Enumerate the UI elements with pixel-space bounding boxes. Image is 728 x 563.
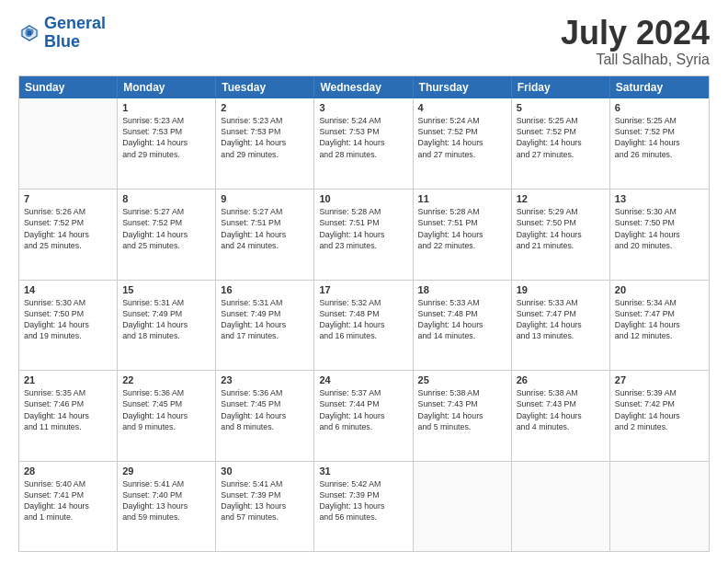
day-number: 9 [221, 193, 309, 204]
day-info: Sunrise: 5:24 AM Sunset: 7:53 PM Dayligh… [319, 115, 407, 160]
month-year: July 2024 [561, 15, 710, 52]
calendar-cell: 12Sunrise: 5:29 AM Sunset: 7:50 PM Dayli… [512, 190, 610, 279]
day-info: Sunrise: 5:30 AM Sunset: 7:50 PM Dayligh… [615, 206, 704, 251]
calendar-cell: 10Sunrise: 5:28 AM Sunset: 7:51 PM Dayli… [314, 190, 413, 279]
day-info: Sunrise: 5:42 AM Sunset: 7:39 PM Dayligh… [319, 478, 407, 523]
calendar-cell: 4Sunrise: 5:24 AM Sunset: 7:52 PM Daylig… [414, 98, 512, 189]
calendar-cell: 21Sunrise: 5:35 AM Sunset: 7:46 PM Dayli… [19, 371, 118, 460]
calendar-week: 28Sunrise: 5:40 AM Sunset: 7:41 PM Dayli… [19, 461, 709, 551]
svg-point-2 [28, 30, 32, 35]
logo-text: General Blue [44, 15, 106, 52]
day-info: Sunrise: 5:31 AM Sunset: 7:49 PM Dayligh… [122, 297, 210, 342]
calendar-cell [610, 462, 709, 551]
day-number: 23 [221, 374, 309, 385]
calendar-cell: 14Sunrise: 5:30 AM Sunset: 7:50 PM Dayli… [19, 281, 118, 370]
day-info: Sunrise: 5:41 AM Sunset: 7:39 PM Dayligh… [221, 478, 309, 523]
location: Tall Salhab, Syria [561, 52, 710, 68]
day-info: Sunrise: 5:25 AM Sunset: 7:52 PM Dayligh… [517, 115, 605, 160]
calendar-cell: 6Sunrise: 5:25 AM Sunset: 7:52 PM Daylig… [610, 98, 709, 189]
calendar-cell: 23Sunrise: 5:36 AM Sunset: 7:45 PM Dayli… [216, 371, 314, 460]
day-number: 22 [122, 374, 210, 385]
day-number: 1 [122, 102, 210, 113]
calendar-week: 1Sunrise: 5:23 AM Sunset: 7:53 PM Daylig… [19, 98, 709, 189]
day-number: 13 [615, 193, 704, 204]
calendar-cell: 13Sunrise: 5:30 AM Sunset: 7:50 PM Dayli… [610, 190, 709, 279]
day-info: Sunrise: 5:35 AM Sunset: 7:46 PM Dayligh… [24, 387, 112, 432]
day-info: Sunrise: 5:39 AM Sunset: 7:42 PM Dayligh… [615, 387, 704, 432]
day-number: 29 [122, 465, 210, 477]
day-info: Sunrise: 5:34 AM Sunset: 7:47 PM Dayligh… [615, 297, 704, 342]
day-number: 11 [418, 193, 506, 204]
calendar-cell: 27Sunrise: 5:39 AM Sunset: 7:42 PM Dayli… [610, 371, 709, 460]
calendar-cell: 8Sunrise: 5:27 AM Sunset: 7:52 PM Daylig… [118, 190, 216, 279]
day-info: Sunrise: 5:33 AM Sunset: 7:47 PM Dayligh… [517, 297, 605, 342]
calendar-cell: 22Sunrise: 5:36 AM Sunset: 7:45 PM Dayli… [118, 371, 216, 460]
day-number: 7 [24, 193, 112, 204]
calendar-cell: 19Sunrise: 5:33 AM Sunset: 7:47 PM Dayli… [512, 281, 610, 370]
weekday-header: Sunday [19, 76, 118, 98]
calendar-cell: 25Sunrise: 5:38 AM Sunset: 7:43 PM Dayli… [414, 371, 512, 460]
weekday-header: Thursday [414, 76, 512, 98]
calendar-cell: 15Sunrise: 5:31 AM Sunset: 7:49 PM Dayli… [118, 281, 216, 370]
calendar-cell: 26Sunrise: 5:38 AM Sunset: 7:43 PM Dayli… [512, 371, 610, 460]
logo-icon [18, 22, 40, 44]
calendar-cell: 2Sunrise: 5:23 AM Sunset: 7:53 PM Daylig… [216, 98, 314, 189]
day-number: 24 [319, 374, 407, 385]
calendar-week: 21Sunrise: 5:35 AM Sunset: 7:46 PM Dayli… [19, 370, 709, 460]
day-number: 8 [122, 193, 210, 204]
day-number: 16 [221, 284, 309, 295]
day-number: 12 [517, 193, 605, 204]
day-info: Sunrise: 5:40 AM Sunset: 7:41 PM Dayligh… [24, 478, 112, 523]
header: General Blue July 2024 Tall Salhab, Syri… [18, 15, 710, 68]
day-number: 30 [221, 465, 309, 477]
calendar-cell: 28Sunrise: 5:40 AM Sunset: 7:41 PM Dayli… [19, 462, 118, 551]
day-info: Sunrise: 5:27 AM Sunset: 7:52 PM Dayligh… [122, 206, 210, 251]
day-info: Sunrise: 5:28 AM Sunset: 7:51 PM Dayligh… [418, 206, 506, 251]
day-info: Sunrise: 5:23 AM Sunset: 7:53 PM Dayligh… [221, 115, 309, 160]
calendar-cell [512, 462, 610, 551]
day-info: Sunrise: 5:28 AM Sunset: 7:51 PM Dayligh… [319, 206, 407, 251]
day-info: Sunrise: 5:24 AM Sunset: 7:52 PM Dayligh… [418, 115, 506, 160]
logo-line1: General [44, 14, 106, 32]
weekday-header: Monday [118, 76, 216, 98]
day-info: Sunrise: 5:29 AM Sunset: 7:50 PM Dayligh… [517, 206, 605, 251]
day-info: Sunrise: 5:27 AM Sunset: 7:51 PM Dayligh… [221, 206, 309, 251]
weekday-header: Saturday [610, 76, 709, 98]
day-number: 20 [615, 284, 704, 295]
day-number: 3 [319, 102, 407, 113]
day-info: Sunrise: 5:23 AM Sunset: 7:53 PM Dayligh… [122, 115, 210, 160]
day-number: 26 [517, 374, 605, 385]
weekday-header: Friday [512, 76, 610, 98]
calendar-cell [19, 98, 118, 189]
logo-line2: Blue [44, 32, 80, 51]
day-number: 10 [319, 193, 407, 204]
day-info: Sunrise: 5:38 AM Sunset: 7:43 PM Dayligh… [517, 387, 605, 432]
calendar-cell: 31Sunrise: 5:42 AM Sunset: 7:39 PM Dayli… [314, 462, 413, 551]
day-info: Sunrise: 5:41 AM Sunset: 7:40 PM Dayligh… [122, 478, 210, 523]
day-number: 28 [24, 465, 112, 477]
day-number: 14 [24, 284, 112, 295]
day-info: Sunrise: 5:36 AM Sunset: 7:45 PM Dayligh… [221, 387, 309, 432]
calendar-cell: 17Sunrise: 5:32 AM Sunset: 7:48 PM Dayli… [314, 281, 413, 370]
day-number: 19 [517, 284, 605, 295]
day-number: 21 [24, 374, 112, 385]
calendar-cell: 20Sunrise: 5:34 AM Sunset: 7:47 PM Dayli… [610, 281, 709, 370]
page: General Blue July 2024 Tall Salhab, Syri… [0, 0, 728, 563]
day-info: Sunrise: 5:33 AM Sunset: 7:48 PM Dayligh… [418, 297, 506, 342]
calendar-cell: 18Sunrise: 5:33 AM Sunset: 7:48 PM Dayli… [414, 281, 512, 370]
weekday-header: Wednesday [314, 76, 413, 98]
day-info: Sunrise: 5:36 AM Sunset: 7:45 PM Dayligh… [122, 387, 210, 432]
calendar-cell: 3Sunrise: 5:24 AM Sunset: 7:53 PM Daylig… [314, 98, 413, 189]
day-number: 15 [122, 284, 210, 295]
day-info: Sunrise: 5:25 AM Sunset: 7:52 PM Dayligh… [615, 115, 704, 160]
day-number: 27 [615, 374, 704, 385]
day-number: 17 [319, 284, 407, 295]
calendar-cell: 7Sunrise: 5:26 AM Sunset: 7:52 PM Daylig… [19, 190, 118, 279]
day-info: Sunrise: 5:26 AM Sunset: 7:52 PM Dayligh… [24, 206, 112, 251]
weekday-header: Tuesday [216, 76, 314, 98]
calendar-cell: 30Sunrise: 5:41 AM Sunset: 7:39 PM Dayli… [216, 462, 314, 551]
calendar-cell: 9Sunrise: 5:27 AM Sunset: 7:51 PM Daylig… [216, 190, 314, 279]
calendar-cell: 16Sunrise: 5:31 AM Sunset: 7:49 PM Dayli… [216, 281, 314, 370]
calendar-cell: 24Sunrise: 5:37 AM Sunset: 7:44 PM Dayli… [314, 371, 413, 460]
day-info: Sunrise: 5:31 AM Sunset: 7:49 PM Dayligh… [221, 297, 309, 342]
